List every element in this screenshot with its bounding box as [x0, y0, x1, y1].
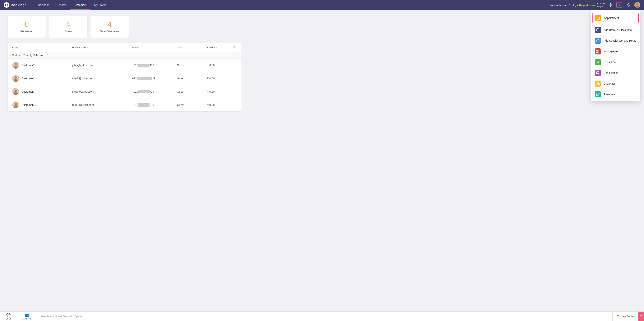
customer-type: Guest	[177, 64, 207, 67]
table-row[interactable]: Customer3 steve@zylker.com +919██████729…	[8, 85, 242, 98]
table-row[interactable]: Customer2 smith@zylker.com +91████████45…	[8, 72, 242, 85]
customer-email: roger@zylker.com	[72, 103, 132, 106]
help-center-link[interactable]: ❓ Help Center	[612, 311, 638, 321]
customer-name: Customer3	[22, 90, 34, 93]
menu-add-special-label: Add Special Working Hours	[604, 39, 636, 42]
svg-point-11	[14, 63, 17, 65]
customer-phone: +919██████210	[132, 103, 177, 106]
header-right: Your trial ends in 11 days. Upgrade now …	[550, 2, 640, 8]
stat-total-value: 4	[100, 20, 120, 28]
menu-item-resource[interactable]: Resource	[591, 89, 640, 100]
table-header: Name Email Address Phone Type Revenue	[8, 43, 242, 52]
menu-item-consultation[interactable]: Consultation	[591, 68, 640, 78]
add-new-button[interactable]: +	[616, 2, 622, 8]
phone-mask: ██████	[138, 64, 150, 67]
table-search-icon[interactable]	[234, 46, 237, 50]
stat-guest-label: Guest	[58, 30, 78, 33]
svg-rect-2	[5, 5, 6, 6]
stats-row: 0 Registered 4 Guest 4 Total Customers	[8, 16, 242, 38]
customer-phone: +919██████453	[132, 64, 177, 67]
smart-chat-area[interactable]: Here is your Smart Chat (Ctrl+Space)	[37, 315, 612, 318]
stat-guest-value: 4	[58, 20, 78, 28]
svg-point-20	[14, 103, 17, 105]
customer-avatar	[12, 62, 19, 69]
menu-item-add-break[interactable]: Add Break & Block time	[591, 25, 640, 35]
customer-avatar	[12, 75, 19, 82]
menu-item-consultant[interactable]: Consultant	[591, 57, 640, 68]
upgrade-link[interactable]: Upgrade now	[579, 4, 595, 7]
svg-line-28	[599, 39, 599, 40]
customer-name-cell: Customer4	[12, 101, 72, 108]
menu-item-workspaces[interactable]: Workspaces	[591, 46, 640, 57]
consultation-icon	[595, 70, 601, 76]
customer-type: Guest	[177, 77, 207, 80]
nav-reports[interactable]: Reports	[53, 0, 70, 10]
menu-add-break-label: Add Break & Block time	[604, 28, 632, 32]
svg-rect-32	[598, 52, 599, 53]
table-row[interactable]: Customer1 john@zylker.com +919██████453 …	[8, 59, 242, 72]
chats-label: Chats	[6, 317, 11, 320]
stat-registered: 0 Registered	[8, 16, 46, 38]
customer-revenue: ₹ 0.00	[207, 90, 237, 93]
customer-type: Guest	[177, 90, 207, 93]
phone-mask: ██████	[138, 103, 150, 106]
customer-revenue: ₹ 0.00	[207, 77, 237, 80]
col-phone: Phone	[132, 46, 177, 49]
menu-item-add-special[interactable]: Add Special Working Hours	[591, 35, 640, 46]
user-avatar[interactable]	[634, 2, 640, 8]
sort-bar: Sort by: Recently Scheduled ⇅	[8, 52, 242, 59]
svg-rect-30	[598, 50, 599, 51]
col-email: Email Address	[72, 46, 132, 49]
svg-point-18	[14, 92, 18, 95]
svg-rect-3	[7, 5, 8, 6]
menu-item-customer[interactable]: Customer	[591, 78, 640, 89]
svg-point-7	[636, 6, 639, 8]
svg-point-17	[14, 90, 17, 92]
nav-customers[interactable]: Customers	[70, 0, 90, 10]
contacts-item[interactable]: 👥 Contacts	[17, 313, 37, 320]
svg-rect-1	[7, 4, 8, 5]
table-row[interactable]: Customer4 roger@zylker.com +919██████210…	[8, 98, 242, 111]
stat-registered-label: Registered	[17, 30, 37, 33]
help-icon: ❓	[616, 315, 620, 318]
consultant-icon	[595, 59, 601, 65]
sort-value[interactable]: Recently Scheduled	[23, 54, 45, 57]
add-break-icon	[595, 27, 601, 33]
booking-page-link[interactable]: Booking Page	[598, 2, 604, 8]
svg-rect-0	[5, 4, 6, 5]
main-nav: Calendar Reports Customers My Profile	[34, 0, 550, 10]
nav-my-profile[interactable]: My Profile	[90, 0, 110, 10]
customer-name: Customer4	[22, 103, 34, 106]
nav-calendar[interactable]: Calendar	[34, 0, 53, 10]
stat-guest: 4 Guest	[49, 16, 88, 38]
contacts-icon: 👥	[25, 313, 29, 317]
svg-point-15	[14, 79, 18, 82]
customer-menu-icon	[595, 81, 601, 87]
customers-table: Name Email Address Phone Type Revenue So…	[8, 43, 242, 111]
svg-line-9	[236, 48, 236, 48]
col-type: Type	[177, 46, 207, 49]
booking-page-label: Booking Page	[597, 2, 606, 8]
header: Bookings Calendar Reports Customers My P…	[0, 0, 644, 10]
stat-total-label: Total Customers	[100, 30, 120, 33]
settings-icon[interactable]	[607, 2, 613, 8]
smart-chat-placeholder: Here is your Smart Chat (Ctrl+Space)	[41, 315, 82, 318]
app-logo[interactable]: Bookings	[4, 2, 26, 8]
zoho-button[interactable]: Z	[638, 311, 644, 321]
chats-item[interactable]: 💬 Chats	[0, 313, 17, 320]
appointment-icon	[595, 15, 601, 21]
customer-name-cell: Customer3	[12, 88, 72, 95]
svg-rect-31	[596, 52, 598, 53]
svg-rect-29	[596, 50, 598, 51]
customer-name-cell: Customer1	[12, 62, 72, 69]
notifications-icon[interactable]	[625, 2, 631, 8]
customer-name: Customer2	[22, 77, 34, 80]
resource-icon	[595, 91, 601, 97]
trial-text: Your trial ends in 11 days. Upgrade now	[550, 4, 595, 7]
customer-type: Guest	[177, 103, 207, 106]
menu-item-appointment[interactable]: Appointment	[592, 13, 639, 24]
logo-icon	[4, 2, 9, 8]
col-revenue: Revenue	[207, 46, 237, 49]
workspaces-icon	[595, 48, 601, 55]
svg-point-14	[14, 76, 17, 79]
